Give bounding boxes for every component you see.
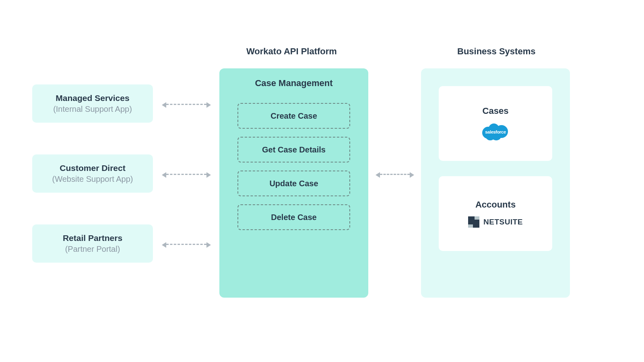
connector-clients-3 (166, 244, 206, 245)
op-delete-case: Delete Case (237, 204, 350, 230)
client-card-retail-partners: Retail Partners (Partner Portal) (32, 224, 153, 263)
platform-title: Case Management (255, 78, 332, 88)
platform-box: Case Management Create Case Get Case Det… (219, 68, 368, 298)
connector-clients-2 (166, 174, 206, 175)
arrow-right-icon (410, 172, 414, 178)
op-update-case: Update Case (237, 171, 350, 196)
connector-platform-business (380, 174, 410, 175)
business-systems-box: Cases salesforce Accounts NETSUITE (421, 68, 570, 298)
client-card-managed-services: Managed Services (Internal Support App) (32, 84, 153, 123)
arrow-left-icon (376, 172, 380, 178)
salesforce-label: salesforce (485, 130, 506, 134)
arrow-right-icon (206, 172, 211, 178)
salesforce-logo-icon: salesforce (481, 123, 510, 141)
client-sub: (Partner Portal) (65, 245, 120, 254)
connector-clients-1 (166, 104, 206, 105)
heading-platform: Workato API Platform (246, 46, 337, 57)
arrow-left-icon (162, 102, 166, 108)
arrow-right-icon (206, 102, 211, 108)
op-create-case: Create Case (237, 103, 350, 129)
client-title: Managed Services (56, 93, 129, 103)
client-title: Retail Partners (63, 233, 122, 243)
op-get-case-details: Get Case Details (237, 137, 350, 162)
arrow-left-icon (162, 242, 166, 248)
client-sub: (Internal Support App) (53, 105, 132, 114)
client-card-customer-direct: Customer Direct (Website Support App) (32, 154, 153, 193)
biz-card-accounts: Accounts NETSUITE (439, 176, 552, 251)
netsuite-logo-icon: NETSUITE (468, 216, 523, 228)
biz-card-cases: Cases salesforce (439, 86, 552, 161)
client-title: Customer Direct (60, 163, 125, 173)
architecture-diagram: Workato API Platform Business Systems Ma… (0, 0, 644, 362)
arrow-right-icon (206, 242, 211, 248)
heading-business: Business Systems (457, 46, 535, 57)
client-sub: (Website Support App) (52, 175, 133, 184)
arrow-left-icon (162, 172, 166, 178)
biz-card-title: Accounts (475, 200, 516, 210)
biz-card-title: Cases (483, 106, 509, 116)
netsuite-label: NETSUITE (483, 218, 523, 226)
